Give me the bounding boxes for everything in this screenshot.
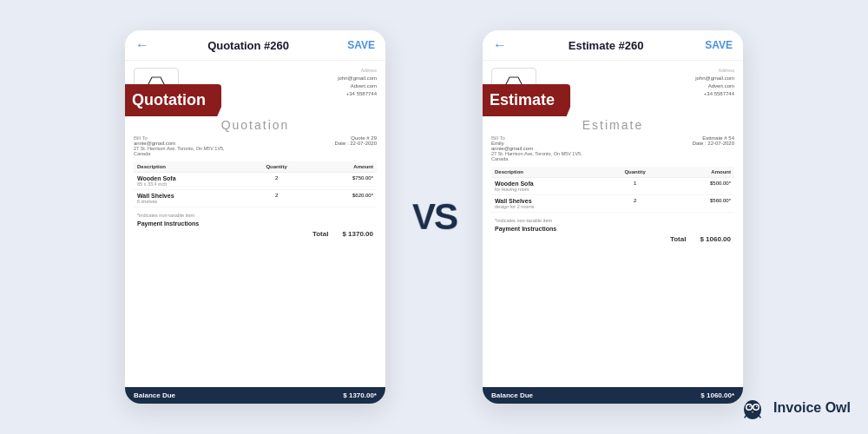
estimate-doc-info: Estimate # 54 Date : 22-07-2020 [693, 135, 734, 161]
quotation-balance-amount: $ 1370.00* [343, 391, 377, 399]
svg-point-16 [744, 400, 761, 419]
estimate-contact: Address john@gmail.com Advert.com +34 55… [695, 68, 734, 98]
estimate-table: Description Quantity Amount Wooden Sofa … [491, 167, 734, 213]
svg-point-19 [747, 405, 752, 410]
quotation-header: ← Quotation #260 SAVE [125, 30, 385, 61]
quotation-col-amt: Amount [310, 161, 377, 173]
quotation-balance-label: Balance Due [134, 391, 175, 399]
quotation-bill-to: Bill To annie@gmail.com 27 St. Harrison … [134, 135, 225, 156]
branding-name: Invoice Owl [773, 400, 851, 416]
estimate-balance-label: Balance Due [491, 391, 533, 399]
estimate-note: *indicates non-taxable item [491, 216, 734, 225]
vs-text: VS [412, 195, 457, 238]
estimate-col-desc: Description [491, 167, 602, 178]
quotation-total-row: Total $ 1370.00 [134, 227, 377, 240]
estimate-balance-amount: $ 1060.00* [700, 391, 734, 399]
estimate-type-title: Estimate [491, 118, 734, 132]
quotation-title: Quotation #260 [207, 39, 289, 52]
estimate-col-amt: Amount [668, 167, 734, 178]
quotation-col-qty: Quantity [243, 161, 310, 173]
table-row: Wall Shelves 6 shelves 2 $620.00* [134, 190, 377, 207]
estimate-header: ← Estimate #260 SAVE [483, 30, 743, 61]
estimate-total-amount: $ 1060.00 [700, 235, 731, 243]
branding: Invoice Owl [739, 394, 851, 422]
quotation-table: Description Quantity Amount Wooden Sofa … [134, 161, 377, 207]
estimate-card: Estimate ← Estimate #260 SAVE [483, 30, 743, 404]
estimate-col-qty: Quantity [602, 167, 668, 178]
estimate-back-arrow[interactable]: ← [493, 37, 507, 53]
estimate-balance-bar: Balance Due $ 1060.00* [483, 387, 743, 404]
quotation-badge: Quotation [125, 84, 221, 116]
quotation-type-title: Quotation [134, 118, 377, 132]
vs-badge: VS [411, 196, 457, 238]
owl-icon [739, 394, 766, 422]
svg-line-26 [759, 415, 760, 418]
svg-line-25 [745, 415, 746, 418]
estimate-total-row: Total $ 1060.00 [491, 233, 734, 246]
estimate-total-label: Total [670, 235, 687, 243]
quotation-total-label: Total [312, 230, 329, 238]
estimate-bill-to: Bill To Emily annie@gmail.com 27 St. Har… [491, 135, 582, 161]
quotation-bill-section: Bill To annie@gmail.com 27 St. Harrison … [134, 135, 377, 156]
table-row: Wooden Sofa 65 x 33.4 inch 2 $750.00* [134, 173, 377, 190]
estimate-save-button[interactable]: SAVE [705, 39, 733, 51]
svg-point-22 [756, 405, 758, 407]
main-container: Quotation ← Quotation #260 SAVE [0, 0, 868, 434]
quotation-card: Quotation ← Quotation #260 SAVE [125, 30, 385, 404]
svg-point-21 [749, 405, 751, 407]
quotation-note: *indicates non-taxable item [134, 211, 377, 220]
quotation-contact: Address john@gmail.com Advert.com +34 55… [338, 68, 377, 98]
estimate-title: Estimate #260 [569, 39, 644, 52]
quotation-col-desc: Description [134, 161, 243, 173]
table-row: Wall Shelves design for 2 rooms 2 $560.0… [491, 195, 734, 213]
quotation-balance-bar: Balance Due $ 1370.00* [125, 387, 385, 404]
table-row: Wooden Sofa for leaving room 1 $500.00* [491, 178, 734, 195]
estimate-payment: Payment Instructions [491, 225, 734, 233]
quotation-back-arrow[interactable]: ← [135, 37, 149, 53]
svg-point-20 [754, 405, 759, 410]
quotation-doc-info: Quote # 29 Date : 22-07-2020 [335, 135, 377, 156]
quotation-total-amount: $ 1370.00 [342, 230, 373, 238]
quotation-payment: Payment Instructions [134, 220, 377, 227]
estimate-bill-section: Bill To Emily annie@gmail.com 27 St. Har… [491, 135, 734, 161]
estimate-badge: Estimate [483, 84, 570, 116]
quotation-save-button[interactable]: SAVE [347, 39, 375, 51]
